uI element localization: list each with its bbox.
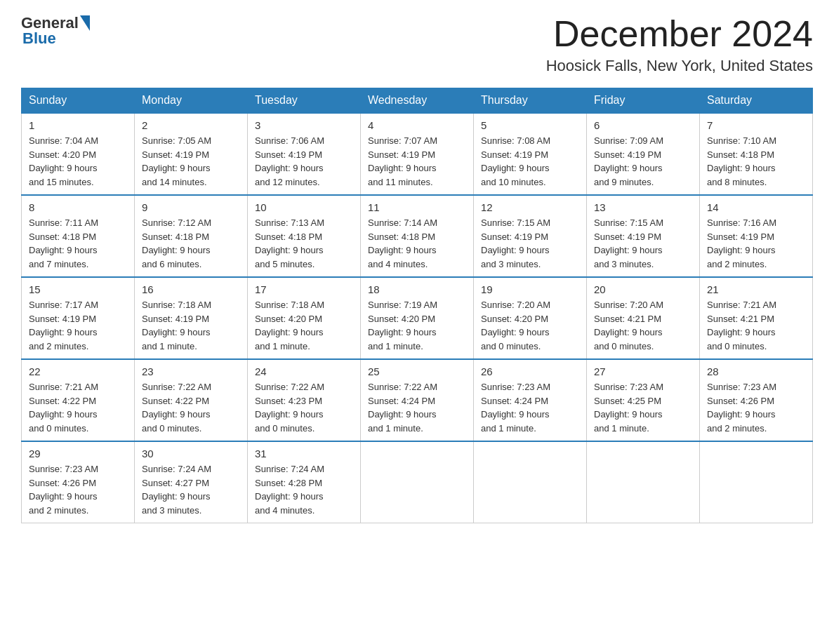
day-info: Sunrise: 7:23 AMSunset: 4:26 PMDaylight:… [707, 382, 776, 434]
calendar-cell: 1 Sunrise: 7:04 AMSunset: 4:20 PMDayligh… [22, 113, 135, 195]
page-header: General Blue December 2024 Hoosick Falls… [21, 14, 813, 75]
col-header-wednesday: Wednesday [361, 88, 474, 114]
day-number: 25 [368, 365, 466, 377]
calendar-cell: 9 Sunrise: 7:12 AMSunset: 4:18 PMDayligh… [135, 195, 248, 277]
logo-triangle-icon [80, 15, 90, 31]
calendar-cell [474, 441, 587, 523]
day-number: 29 [29, 448, 127, 459]
day-info: Sunrise: 7:23 AMSunset: 4:24 PMDaylight:… [481, 382, 550, 434]
day-number: 13 [594, 201, 692, 213]
day-number: 1 [29, 119, 127, 131]
calendar-cell: 26 Sunrise: 7:23 AMSunset: 4:24 PMDaylig… [474, 359, 587, 441]
day-number: 31 [255, 448, 353, 459]
calendar-cell: 14 Sunrise: 7:16 AMSunset: 4:19 PMDaylig… [700, 195, 813, 277]
day-number: 30 [142, 448, 240, 459]
day-number: 5 [481, 119, 579, 131]
day-info: Sunrise: 7:12 AMSunset: 4:18 PMDaylight:… [142, 217, 211, 269]
day-number: 28 [707, 365, 805, 377]
day-number: 12 [481, 201, 579, 213]
logo-blue-text: Blue [22, 29, 56, 48]
day-info: Sunrise: 7:15 AMSunset: 4:19 PMDaylight:… [481, 217, 550, 269]
day-number: 3 [255, 119, 353, 131]
calendar-cell: 24 Sunrise: 7:22 AMSunset: 4:23 PMDaylig… [248, 359, 361, 441]
calendar-cell: 12 Sunrise: 7:15 AMSunset: 4:19 PMDaylig… [474, 195, 587, 277]
calendar-cell: 27 Sunrise: 7:23 AMSunset: 4:25 PMDaylig… [587, 359, 700, 441]
calendar-week-row: 15 Sunrise: 7:17 AMSunset: 4:19 PMDaylig… [22, 277, 813, 359]
calendar-table: SundayMondayTuesdayWednesdayThursdayFrid… [21, 88, 813, 523]
calendar-cell: 23 Sunrise: 7:22 AMSunset: 4:22 PMDaylig… [135, 359, 248, 441]
day-info: Sunrise: 7:22 AMSunset: 4:24 PMDaylight:… [368, 382, 437, 434]
calendar-cell: 2 Sunrise: 7:05 AMSunset: 4:19 PMDayligh… [135, 113, 248, 195]
title-section: December 2024 Hoosick Falls, New York, U… [546, 14, 813, 75]
col-header-saturday: Saturday [700, 88, 813, 114]
day-info: Sunrise: 7:15 AMSunset: 4:19 PMDaylight:… [594, 217, 663, 269]
col-header-sunday: Sunday [22, 88, 135, 114]
day-number: 9 [142, 201, 240, 213]
calendar-week-row: 29 Sunrise: 7:23 AMSunset: 4:26 PMDaylig… [22, 441, 813, 523]
calendar-cell: 16 Sunrise: 7:18 AMSunset: 4:19 PMDaylig… [135, 277, 248, 359]
calendar-cell: 3 Sunrise: 7:06 AMSunset: 4:19 PMDayligh… [248, 113, 361, 195]
day-number: 4 [368, 119, 466, 131]
calendar-cell: 30 Sunrise: 7:24 AMSunset: 4:27 PMDaylig… [135, 441, 248, 523]
calendar-cell: 13 Sunrise: 7:15 AMSunset: 4:19 PMDaylig… [587, 195, 700, 277]
day-number: 8 [29, 201, 127, 213]
day-number: 17 [255, 283, 353, 295]
day-info: Sunrise: 7:08 AMSunset: 4:19 PMDaylight:… [481, 135, 550, 187]
day-number: 27 [594, 365, 692, 377]
calendar-cell: 5 Sunrise: 7:08 AMSunset: 4:19 PMDayligh… [474, 113, 587, 195]
day-info: Sunrise: 7:05 AMSunset: 4:19 PMDaylight:… [142, 135, 211, 187]
day-info: Sunrise: 7:22 AMSunset: 4:23 PMDaylight:… [255, 382, 324, 434]
day-info: Sunrise: 7:04 AMSunset: 4:20 PMDaylight:… [29, 135, 98, 187]
day-number: 23 [142, 365, 240, 377]
day-info: Sunrise: 7:06 AMSunset: 4:19 PMDaylight:… [255, 135, 324, 187]
calendar-week-row: 8 Sunrise: 7:11 AMSunset: 4:18 PMDayligh… [22, 195, 813, 277]
day-info: Sunrise: 7:24 AMSunset: 4:28 PMDaylight:… [255, 464, 324, 516]
day-info: Sunrise: 7:21 AMSunset: 4:22 PMDaylight:… [29, 382, 98, 434]
calendar-cell: 20 Sunrise: 7:20 AMSunset: 4:21 PMDaylig… [587, 277, 700, 359]
day-number: 16 [142, 283, 240, 295]
day-number: 7 [707, 119, 805, 131]
day-info: Sunrise: 7:07 AMSunset: 4:19 PMDaylight:… [368, 135, 437, 187]
day-number: 26 [481, 365, 579, 377]
col-header-tuesday: Tuesday [248, 88, 361, 114]
calendar-cell: 28 Sunrise: 7:23 AMSunset: 4:26 PMDaylig… [700, 359, 813, 441]
day-number: 6 [594, 119, 692, 131]
calendar-cell [587, 441, 700, 523]
calendar-header-row: SundayMondayTuesdayWednesdayThursdayFrid… [22, 88, 813, 114]
calendar-cell: 15 Sunrise: 7:17 AMSunset: 4:19 PMDaylig… [22, 277, 135, 359]
col-header-monday: Monday [135, 88, 248, 114]
calendar-week-row: 22 Sunrise: 7:21 AMSunset: 4:22 PMDaylig… [22, 359, 813, 441]
calendar-week-row: 1 Sunrise: 7:04 AMSunset: 4:20 PMDayligh… [22, 113, 813, 195]
day-info: Sunrise: 7:20 AMSunset: 4:20 PMDaylight:… [481, 300, 550, 351]
day-number: 21 [707, 283, 805, 295]
day-number: 22 [29, 365, 127, 377]
day-number: 18 [368, 283, 466, 295]
calendar-cell [361, 441, 474, 523]
day-info: Sunrise: 7:18 AMSunset: 4:20 PMDaylight:… [255, 300, 324, 351]
day-number: 11 [368, 201, 466, 213]
day-info: Sunrise: 7:09 AMSunset: 4:19 PMDaylight:… [594, 135, 663, 187]
day-info: Sunrise: 7:17 AMSunset: 4:19 PMDaylight:… [29, 300, 98, 351]
day-number: 10 [255, 201, 353, 213]
calendar-cell: 7 Sunrise: 7:10 AMSunset: 4:18 PMDayligh… [700, 113, 813, 195]
day-info: Sunrise: 7:24 AMSunset: 4:27 PMDaylight:… [142, 464, 211, 516]
calendar-cell: 31 Sunrise: 7:24 AMSunset: 4:28 PMDaylig… [248, 441, 361, 523]
calendar-cell: 29 Sunrise: 7:23 AMSunset: 4:26 PMDaylig… [22, 441, 135, 523]
location-title: Hoosick Falls, New York, United States [546, 57, 813, 75]
day-info: Sunrise: 7:11 AMSunset: 4:18 PMDaylight:… [29, 217, 98, 269]
calendar-cell: 4 Sunrise: 7:07 AMSunset: 4:19 PMDayligh… [361, 113, 474, 195]
month-title: December 2024 [546, 14, 813, 54]
calendar-cell [700, 441, 813, 523]
calendar-cell: 25 Sunrise: 7:22 AMSunset: 4:24 PMDaylig… [361, 359, 474, 441]
day-number: 15 [29, 283, 127, 295]
calendar-cell: 6 Sunrise: 7:09 AMSunset: 4:19 PMDayligh… [587, 113, 700, 195]
calendar-cell: 11 Sunrise: 7:14 AMSunset: 4:18 PMDaylig… [361, 195, 474, 277]
calendar-cell: 18 Sunrise: 7:19 AMSunset: 4:20 PMDaylig… [361, 277, 474, 359]
calendar-cell: 22 Sunrise: 7:21 AMSunset: 4:22 PMDaylig… [22, 359, 135, 441]
logo: General Blue [21, 14, 90, 48]
calendar-cell: 21 Sunrise: 7:21 AMSunset: 4:21 PMDaylig… [700, 277, 813, 359]
day-number: 19 [481, 283, 579, 295]
calendar-cell: 10 Sunrise: 7:13 AMSunset: 4:18 PMDaylig… [248, 195, 361, 277]
day-info: Sunrise: 7:19 AMSunset: 4:20 PMDaylight:… [368, 300, 437, 351]
day-info: Sunrise: 7:22 AMSunset: 4:22 PMDaylight:… [142, 382, 211, 434]
